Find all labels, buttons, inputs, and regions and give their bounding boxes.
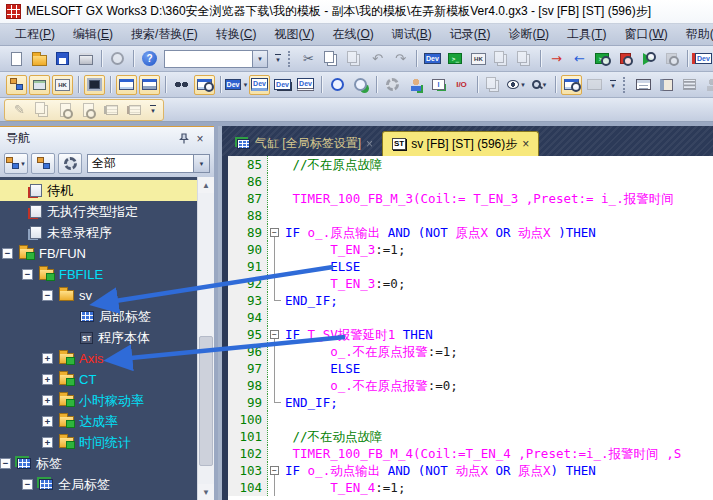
monitor-stop-icon[interactable] [615,49,636,69]
code-line[interactable]: 98 o_.不在原点报警:=0; [228,377,713,394]
tree-item-standby-program[interactable]: 待机 [0,180,197,201]
monitor-start-icon[interactable]: >_ [592,49,613,69]
find-icon[interactable] [171,75,192,95]
scroll-down-button[interactable]: ▼ [198,484,214,500]
device-display-icon[interactable]: Dev [693,49,713,69]
work-window-2-icon[interactable] [139,75,160,95]
help-button-icon[interactable]: ? [139,49,160,69]
tab-cylinder-global-labels[interactable]: 气缸 [全局标签设置]× [228,131,382,156]
code-line[interactable]: 100 [228,411,713,428]
toolbar2-options-icon[interactable]: ▼ [610,80,616,89]
user-edit-icon[interactable] [405,75,426,95]
collapse-box-icon[interactable]: − [22,269,33,280]
tab-close-icon[interactable]: × [366,139,373,149]
nav-settings-button[interactable] [58,153,82,174]
code-line[interactable]: 95−IF T_SV报警延时1 THEN [228,326,713,343]
code-line[interactable]: 87 TIMER_100_FB_M_3(Coil:= T_EN_3 ,Prese… [228,190,713,207]
toolbar1-options-icon[interactable]: ▼ [275,54,281,63]
tree-item-axis[interactable]: +Axis [0,348,197,369]
menu-convert[interactable]: 转换(C) [207,24,266,45]
tab-sv-fb-st[interactable]: STsv [FB] [ST] (596)步× [382,131,539,156]
code-line[interactable]: 86 [228,173,713,190]
tree-item-ct[interactable]: +CT [0,369,197,390]
code-line[interactable]: 97 ELSE [228,360,713,377]
pin-icon[interactable] [176,131,192,147]
keyword-combo[interactable]: ▼ [164,50,268,68]
tree-item-fbfile[interactable]: −FBFILE [0,264,197,285]
chevron-down-icon[interactable]: ▼ [193,155,209,172]
cross-reference-icon[interactable] [656,75,677,95]
tree-item-program-body[interactable]: ST程序本体 [0,327,197,348]
tree-item-achievement-rate[interactable]: +达成率 [0,411,197,432]
expand-box-icon[interactable]: + [42,353,53,364]
device-comment-icon[interactable]: Dev [422,49,443,69]
toolbar3-options-icon[interactable]: ▼ [150,105,156,114]
navigation-window-icon[interactable] [6,75,27,95]
device-list-icon[interactable]: Dev [295,75,316,95]
read-from-plc-icon[interactable]: ← [569,49,590,69]
code-line[interactable]: 92 T_EN_3:=0; [228,275,713,292]
module-tool-icon[interactable]: HK [468,49,489,69]
menu-diagnostics[interactable]: 诊断(D) [499,24,558,45]
tree-item-no-execution-type[interactable]: 无执行类型指定 [0,201,197,222]
collapse-box-icon[interactable]: − [0,458,11,469]
program-display-icon[interactable]: >_ [445,49,466,69]
menu-online[interactable]: 在线(O) [323,24,382,45]
code-line[interactable]: 85 //不在原点故障 [228,156,713,173]
statement-window-icon[interactable] [633,75,654,95]
tree-item-label[interactable]: −标签 [0,453,197,474]
code-line[interactable]: 102 TIMER_100_FB_M_4(Coil:=T_EN_4 ,Prese… [228,445,713,462]
io-check-icon[interactable]: I/O [451,75,472,95]
find-window-icon[interactable] [194,75,215,95]
chevron-down-icon[interactable]: ▼ [252,51,267,67]
copy-icon[interactable] [321,49,342,69]
menu-help[interactable]: 帮助(H) [677,24,713,45]
new-project-icon[interactable] [6,49,27,69]
tree-item-global-label[interactable]: −全局标签 [0,474,197,495]
code-line[interactable]: 88 [228,207,713,224]
scroll-up-button[interactable]: ▲ [198,177,214,193]
device-zoom-icon[interactable]: ▼ [529,75,550,95]
device-find-icon[interactable]: Dev [272,75,293,95]
tree-collapse-button[interactable] [31,153,55,174]
tree-item-fb-fun[interactable]: −FB/FUN [0,243,197,264]
open-project-icon[interactable] [29,49,50,69]
menu-window[interactable]: 窗口(W) [615,24,676,45]
code-line[interactable]: 94 [228,309,713,326]
tree-item-hour-operation-rate[interactable]: +小时稼动率 [0,390,197,411]
menu-view[interactable]: 视图(V) [265,24,323,45]
tree-item-time-statistics[interactable]: +时间统计 [0,432,197,453]
tree-item-local-label[interactable]: 局部标签 [0,306,197,327]
tree-item-unregistered-program[interactable]: 未登录程序 [0,222,197,243]
menu-project[interactable]: 工程(P) [6,24,64,45]
expand-box-icon[interactable]: + [42,416,53,427]
menu-tool[interactable]: 工具(T) [558,24,615,45]
tree-filter-combo[interactable]: 全部 ▼ [87,154,210,173]
code-line[interactable]: 99END_IF; [228,394,713,411]
tree-item-sv[interactable]: −sv [0,285,197,306]
menu-record[interactable]: 记录(R) [441,24,500,45]
expand-box-icon[interactable]: + [42,374,53,385]
close-icon[interactable]: × [192,131,208,147]
st-code-editor[interactable]: 85 //不在原点故障8687 TIMER_100_FB_M_3(Coil:= … [222,156,713,500]
collapse-box-icon[interactable]: − [42,290,53,301]
tab-close-icon[interactable]: × [522,139,529,149]
expand-box-icon[interactable]: + [42,437,53,448]
code-line[interactable]: 103−IF o_.动点输出 AND (NOT 动点X OR 原点X) THEN [228,462,713,479]
clock-setting-icon[interactable] [327,75,348,95]
display-mode-icon[interactable]: ▼ [506,75,527,95]
zoom-window-icon[interactable] [561,75,582,95]
print-icon[interactable] [75,49,96,69]
label-edit-icon[interactable]: I [428,75,449,95]
tree-filter-button[interactable]: ▼ [4,153,28,174]
toolbar-grip[interactable] [623,77,627,93]
device-comment-dd-icon[interactable]: Dev▼ [226,75,247,95]
code-line[interactable]: 96 o_.不在原点报警:=1; [228,343,713,360]
menu-search-replace[interactable]: 搜索/替换(F) [122,24,207,45]
work-window-1-icon[interactable] [116,75,137,95]
expand-box-icon[interactable]: + [42,395,53,406]
device-batch-monitor-icon[interactable]: Dev [249,75,270,95]
clock-edit-icon[interactable] [350,75,371,95]
code-line[interactable]: 89−IF o_.原点输出 AND (NOT 原点X OR 动点X )THEN [228,224,713,241]
connection-destination-icon[interactable] [29,75,50,95]
